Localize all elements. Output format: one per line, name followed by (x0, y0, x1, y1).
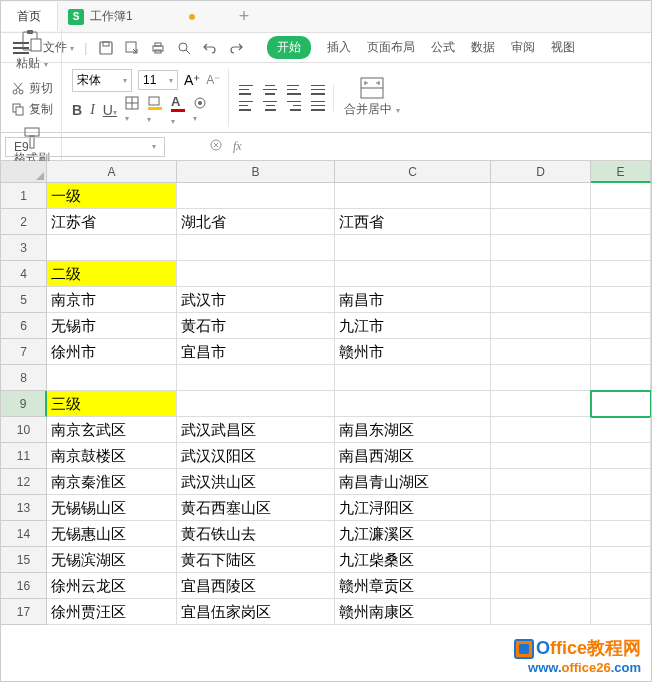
align-middle-button[interactable] (263, 85, 277, 95)
cut-button[interactable]: 剪切 (11, 80, 53, 97)
cell[interactable]: 南京玄武区 (47, 417, 177, 443)
print-icon[interactable] (151, 41, 165, 55)
name-box[interactable]: E9▾ (5, 137, 165, 157)
home-tab[interactable]: 首页 (1, 2, 58, 31)
paste-button[interactable]: 粘贴 ▾ (11, 29, 53, 72)
tab-page-layout[interactable]: 页面布局 (367, 39, 415, 56)
row-header[interactable]: 13 (1, 495, 47, 521)
cell[interactable] (491, 391, 591, 417)
cell[interactable]: 赣州章贡区 (335, 573, 491, 599)
cell[interactable] (491, 573, 591, 599)
decrease-font-button[interactable]: A⁻ (206, 73, 220, 87)
align-bottom-button[interactable] (287, 85, 301, 95)
bold-button[interactable]: B (72, 102, 82, 118)
cell[interactable] (591, 521, 651, 547)
row-header[interactable]: 9 (1, 391, 47, 417)
col-header-d[interactable]: D (491, 161, 591, 183)
cell[interactable]: 九江市 (335, 313, 491, 339)
print-preview-icon[interactable] (177, 41, 191, 55)
cell[interactable]: 武汉汉阳区 (177, 443, 335, 469)
align-top-button[interactable] (239, 85, 253, 95)
cell[interactable]: 宜昌市 (177, 339, 335, 365)
row-header[interactable]: 2 (1, 209, 47, 235)
cell[interactable] (591, 209, 651, 235)
cell[interactable]: 无锡滨湖区 (47, 547, 177, 573)
cell[interactable] (177, 183, 335, 209)
cell[interactable] (177, 261, 335, 287)
merge-center-button[interactable]: 合并居中 ▾ (344, 77, 407, 118)
row-header[interactable]: 8 (1, 365, 47, 391)
align-left-button[interactable] (239, 101, 253, 111)
row-header[interactable]: 1 (1, 183, 47, 209)
row-header[interactable]: 14 (1, 521, 47, 547)
cell[interactable] (491, 547, 591, 573)
cell[interactable] (591, 339, 651, 365)
cell[interactable]: 黄石市 (177, 313, 335, 339)
cell[interactable]: 武汉市 (177, 287, 335, 313)
save-icon[interactable] (99, 41, 113, 55)
row-header[interactable]: 6 (1, 313, 47, 339)
align-right-button[interactable] (287, 101, 301, 111)
add-tab-button[interactable]: + (229, 6, 260, 27)
increase-font-button[interactable]: A⁺ (184, 72, 200, 88)
tab-review[interactable]: 审阅 (511, 39, 535, 56)
effects-button[interactable]: ▾ (193, 96, 207, 124)
borders-button[interactable]: ▾ (125, 96, 139, 124)
row-header[interactable]: 7 (1, 339, 47, 365)
cell[interactable] (591, 391, 651, 417)
cell[interactable]: 一级 (47, 183, 177, 209)
cell[interactable]: 赣州南康区 (335, 599, 491, 625)
cell[interactable]: 二级 (47, 261, 177, 287)
align-center-button[interactable] (263, 101, 277, 111)
cell[interactable] (591, 599, 651, 625)
cell[interactable]: 宜昌伍家岗区 (177, 599, 335, 625)
font-name-select[interactable]: 宋体▾ (72, 69, 132, 92)
col-header-a[interactable]: A (47, 161, 177, 183)
cell[interactable]: 无锡惠山区 (47, 521, 177, 547)
row-header[interactable]: 4 (1, 261, 47, 287)
cell[interactable] (591, 469, 651, 495)
cell[interactable] (591, 313, 651, 339)
cell[interactable]: 九江柴桑区 (335, 547, 491, 573)
cell[interactable]: 三级 (47, 391, 177, 417)
cell[interactable] (491, 339, 591, 365)
cell[interactable] (335, 391, 491, 417)
document-tab[interactable]: S 工作簿1 (58, 8, 205, 25)
cell[interactable]: 黄石铁山去 (177, 521, 335, 547)
cell[interactable] (491, 417, 591, 443)
cell[interactable]: 无锡市 (47, 313, 177, 339)
underline-button[interactable]: U▾ (103, 102, 117, 118)
cell[interactable]: 湖北省 (177, 209, 335, 235)
copy-button[interactable]: 复制 (11, 101, 53, 118)
redo-icon[interactable] (229, 41, 243, 55)
cell[interactable] (491, 495, 591, 521)
cell[interactable] (591, 547, 651, 573)
row-header[interactable]: 5 (1, 287, 47, 313)
cancel-formula-icon[interactable] (209, 138, 223, 155)
cell[interactable] (47, 365, 177, 391)
row-header[interactable]: 16 (1, 573, 47, 599)
tab-view[interactable]: 视图 (551, 39, 575, 56)
tab-data[interactable]: 数据 (471, 39, 495, 56)
cell[interactable] (177, 391, 335, 417)
cell[interactable] (335, 261, 491, 287)
cell[interactable] (491, 469, 591, 495)
cell[interactable] (491, 261, 591, 287)
cell[interactable] (591, 417, 651, 443)
cell[interactable]: 徐州市 (47, 339, 177, 365)
cell[interactable]: 南京鼓楼区 (47, 443, 177, 469)
cell[interactable]: 九江濂溪区 (335, 521, 491, 547)
font-size-select[interactable]: 11▾ (138, 70, 178, 90)
cell[interactable]: 赣州市 (335, 339, 491, 365)
cell[interactable]: 徐州云龙区 (47, 573, 177, 599)
row-header[interactable]: 3 (1, 235, 47, 261)
row-header[interactable]: 17 (1, 599, 47, 625)
cell[interactable] (491, 599, 591, 625)
row-header[interactable]: 11 (1, 443, 47, 469)
row-header[interactable]: 12 (1, 469, 47, 495)
cell[interactable] (177, 235, 335, 261)
cell[interactable] (47, 235, 177, 261)
cell[interactable] (491, 235, 591, 261)
tab-formulas[interactable]: 公式 (431, 39, 455, 56)
col-header-e[interactable]: E (591, 161, 651, 183)
